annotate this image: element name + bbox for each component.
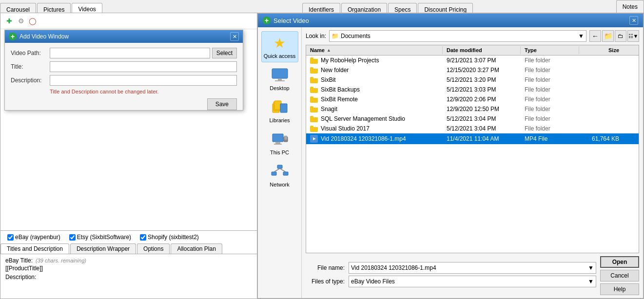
description-input[interactable] <box>50 75 237 86</box>
look-in-dropdown-arrow: ▼ <box>578 33 584 39</box>
folder-icon <box>310 77 318 83</box>
nav-this-pc[interactable]: This PC <box>261 128 298 159</box>
nav-desktop-label: Desktop <box>270 85 289 91</box>
nav-network[interactable]: Network <box>261 160 298 191</box>
table-row[interactable]: New folder 12/15/2020 3:27 PM File folde… <box>306 65 639 75</box>
channel-ebay[interactable]: eBay (raypenbur) <box>4 233 63 242</box>
product-title-field: [[ProductTitle]] <box>5 265 252 272</box>
table-row[interactable]: SixBit 5/12/2021 3:20 PM File folder <box>306 75 639 85</box>
table-row[interactable]: Visual Studio 2017 5/12/2021 3:04 PM Fil… <box>306 124 639 133</box>
tab-description-wrapper[interactable]: Description Wrapper <box>70 243 136 254</box>
description-label: Description: <box>11 77 50 84</box>
dialog-title-icon: + <box>9 33 17 40</box>
cancel-button[interactable]: Cancel <box>600 270 639 281</box>
view-button[interactable]: ☷▼ <box>627 30 639 42</box>
col-header-date[interactable]: Date modified <box>443 46 521 54</box>
look-in-select[interactable]: 📁 Documents ▼ <box>329 30 586 42</box>
file-name-label: File name: <box>306 264 345 271</box>
folder-icon <box>310 67 318 74</box>
look-in-label: Look in: <box>306 33 326 39</box>
channel-etsy-checkbox[interactable] <box>69 234 76 241</box>
help-button[interactable]: Help <box>600 283 639 295</box>
nav-quick-access[interactable]: ★ Quick access <box>261 31 298 62</box>
toolbar: ✚ ⚙ ◯ <box>0 13 257 29</box>
svg-rect-1 <box>278 78 282 80</box>
channel-ebay-checkbox[interactable] <box>7 234 14 241</box>
look-in-value: Documents <box>341 33 371 39</box>
table-row[interactable]: SQL Server Management Studio 5/12/2021 3… <box>306 114 639 124</box>
files-of-type-select[interactable]: eBay Video Files ▼ <box>349 276 596 287</box>
mp4-icon: ▶ <box>310 135 318 143</box>
nav-network-label: Network <box>270 182 289 187</box>
svg-rect-11 <box>284 136 287 140</box>
file-name-row: File name: Vid 20180324 120321086-1.mp4 … <box>306 262 596 274</box>
delete-button[interactable]: ◯ <box>28 16 38 26</box>
save-button[interactable]: Save <box>207 98 237 110</box>
channel-shopify-checkbox[interactable] <box>140 234 146 241</box>
ebay-title-hint: (39 chars. remaining) <box>36 258 86 263</box>
quick-access-icon: ★ <box>270 35 290 51</box>
tab-allocation-plan[interactable]: Allocation Plan <box>171 243 222 254</box>
title-input[interactable] <box>50 61 237 72</box>
col-header-size[interactable]: Size <box>579 46 623 54</box>
video-path-row: Video Path: Select <box>11 48 237 58</box>
bottom-area: eBay (raypenbur) Etsy (SixbitSoftware) S… <box>0 230 257 299</box>
svg-line-15 <box>274 168 280 172</box>
channel-etsy[interactable]: Etsy (SixbitSoftware) <box>66 233 134 242</box>
content-tabs: Titles and Description Description Wrapp… <box>0 243 257 254</box>
video-path-input[interactable] <box>50 48 210 58</box>
channel-tabs: eBay (raypenbur) Etsy (SixbitSoftware) S… <box>0 231 257 242</box>
dialog-titlebar: + Add Video Window ✕ <box>5 30 243 43</box>
svg-rect-6 <box>280 104 287 112</box>
nav-back-button[interactable]: ← <box>589 30 601 42</box>
nav-libraries[interactable]: Libraries <box>261 95 298 127</box>
sv-body: ★ Quick access Desktop <box>258 27 643 298</box>
svg-rect-2 <box>275 80 285 81</box>
col-header-name[interactable]: Name ▲ <box>306 46 443 54</box>
pc-icon <box>270 131 290 148</box>
table-row[interactable]: My RoboHelp Projects 9/21/2021 3:07 PM F… <box>306 56 639 65</box>
select-button[interactable]: Select <box>212 48 237 58</box>
select-video-dialog: + Select Video ✕ ★ Quick access Deskto <box>257 13 644 299</box>
dialog-title: + Add Video Window <box>9 33 69 40</box>
nav-desktop[interactable]: Desktop <box>261 63 298 94</box>
desktop-icon <box>270 67 290 83</box>
files-of-type-dropdown-arrow: ▼ <box>588 278 594 285</box>
svg-rect-12 <box>277 165 282 168</box>
files-of-type-label: Files of type: <box>306 278 345 285</box>
file-name-input[interactable]: Vid 20180324 120321086-1.mp4 ▼ <box>349 262 596 274</box>
documents-folder-icon: 📁 <box>332 33 339 39</box>
dialog-close-button[interactable]: ✕ <box>230 32 239 41</box>
channel-shopify[interactable]: Shopify (sixbittest2) <box>137 233 202 242</box>
col-header-type[interactable]: Type <box>521 46 579 54</box>
sv-nav: ★ Quick access Desktop <box>258 27 302 298</box>
open-button[interactable]: Open <box>600 256 639 268</box>
table-row[interactable]: Snagit 12/9/2020 12:50 PM File folder <box>306 104 639 114</box>
svg-rect-14 <box>283 172 288 175</box>
table-row[interactable]: SixBit Remote 12/9/2020 2:06 PM File fol… <box>306 94 639 104</box>
folder-icon <box>310 126 318 132</box>
file-list-container: Name ▲ Date modified Type Size My RoboHe… <box>306 45 639 253</box>
sv-close-button[interactable]: ✕ <box>629 16 638 25</box>
tab-titles-description[interactable]: Titles and Description <box>0 243 69 254</box>
new-folder-button[interactable]: 📁 <box>602 30 614 42</box>
new-folder2-button[interactable]: 🗀 <box>615 30 626 42</box>
svg-rect-0 <box>272 69 288 78</box>
description-label-bottom: Description: <box>5 274 252 280</box>
tab-notes[interactable]: Notes <box>616 0 644 13</box>
folder-icon <box>310 106 318 112</box>
folder-icon <box>310 116 318 122</box>
files-of-type-row: Files of type: eBay Video Files ▼ <box>306 276 596 287</box>
note-text: Title and Description cannot be changed … <box>50 89 237 94</box>
tab-options[interactable]: Options <box>137 243 170 254</box>
toolbar-icons: ← 📁 🗀 ☷▼ <box>589 30 639 42</box>
settings-button[interactable]: ⚙ <box>16 16 26 26</box>
sv-bottom: File name: Vid 20180324 120321086-1.mp4 … <box>306 253 639 295</box>
table-row[interactable]: SixBit Backups 5/12/2021 3:03 PM File fo… <box>306 85 639 94</box>
folder-icon <box>310 87 318 93</box>
ebay-title-row: eBay Title: (39 chars. remaining) <box>5 257 252 264</box>
svg-rect-9 <box>274 144 282 145</box>
network-icon <box>270 163 290 180</box>
add-button[interactable]: ✚ <box>4 16 14 26</box>
table-row-selected[interactable]: ▶ Vid 20180324 120321086-1.mp4 11/4/2021… <box>306 133 639 144</box>
